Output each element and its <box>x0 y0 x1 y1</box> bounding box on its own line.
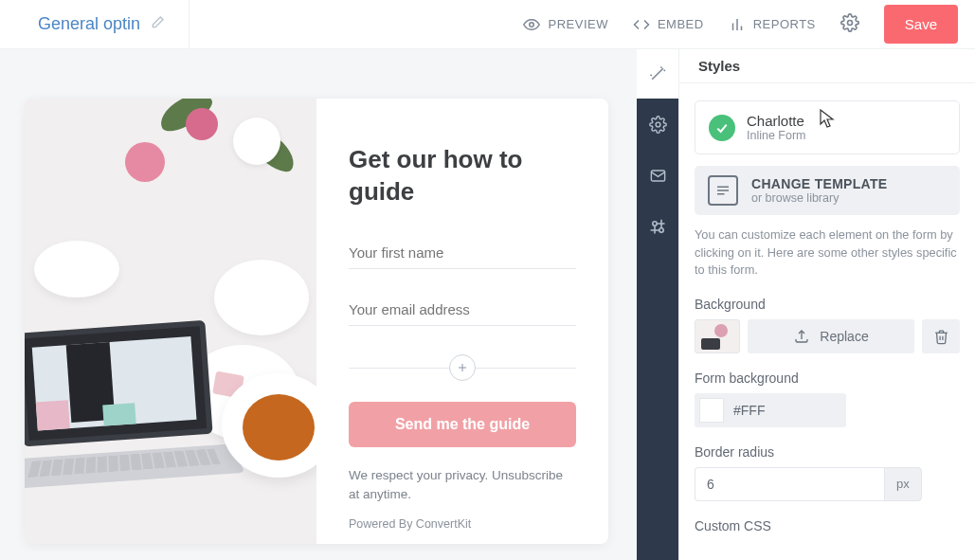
preview-label: PREVIEW <box>548 17 607 31</box>
replace-label: Replace <box>820 329 868 344</box>
privacy-note[interactable]: We respect your privacy. Unsubscribe at … <box>349 466 576 505</box>
form-bg-label: Form background <box>695 370 960 386</box>
background-thumbnail[interactable] <box>695 319 740 353</box>
canvas: Get our how to guide Send me the guide W… <box>0 49 637 560</box>
laptop-decoration <box>25 318 238 485</box>
page-title: General optin <box>38 14 140 34</box>
title-block: General optin <box>0 0 190 48</box>
reports-label: REPORTS <box>753 17 816 31</box>
template-icon <box>708 175 738 206</box>
current-template-card[interactable]: Charlotte Inline Form <box>695 100 960 154</box>
email-input[interactable] <box>349 294 576 326</box>
styles-panel: Styles Charlotte Inline Form <box>678 49 975 560</box>
change-template-sub: or browse library <box>751 191 887 205</box>
embed-label: EMBED <box>658 17 704 31</box>
cup-decoration <box>34 241 119 298</box>
svg-point-4 <box>847 21 852 26</box>
border-radius-input[interactable] <box>695 467 884 501</box>
edit-title-icon[interactable] <box>150 15 165 33</box>
plate-decoration <box>214 260 309 335</box>
rail-mail-icon[interactable] <box>637 150 678 201</box>
svg-point-10 <box>659 227 662 231</box>
replace-button[interactable]: Replace <box>748 319 914 353</box>
form-preview[interactable]: Get our how to guide Send me the guide W… <box>25 99 608 544</box>
form-content: Get our how to guide Send me the guide W… <box>316 99 608 544</box>
save-button[interactable]: Save <box>884 5 958 44</box>
preview-button[interactable]: PREVIEW <box>523 16 607 33</box>
embed-button[interactable]: EMBED <box>633 16 704 33</box>
first-name-input[interactable] <box>349 237 576 269</box>
form-image[interactable] <box>25 99 316 544</box>
template-name: Charlotte <box>747 113 806 129</box>
background-row: Replace <box>695 319 960 353</box>
powered-by[interactable]: Powered By ConvertKit <box>349 517 576 531</box>
svg-point-7 <box>656 122 660 127</box>
background-label: Background <box>695 297 960 312</box>
change-template-title: CHANGE TEMPLATE <box>751 176 887 191</box>
rail-advanced-icon[interactable] <box>637 201 678 252</box>
settings-icon[interactable] <box>840 13 859 35</box>
border-radius-label: Border radius <box>695 444 960 460</box>
customize-hint: You can customize each element on the fo… <box>695 226 960 280</box>
template-type: Inline Form <box>747 129 806 142</box>
check-icon <box>709 115 735 141</box>
side: Styles Charlotte Inline Form <box>637 49 975 560</box>
border-radius-unit: px <box>884 467 922 501</box>
delete-background-button[interactable] <box>922 319 960 353</box>
border-radius-row: px <box>695 467 960 501</box>
reports-button[interactable]: REPORTS <box>729 16 816 33</box>
submit-button[interactable]: Send me the guide <box>349 402 576 447</box>
change-template-button[interactable]: CHANGE TEMPLATE or browse library <box>695 166 960 215</box>
rail-settings-icon[interactable] <box>637 99 678 150</box>
add-field-row <box>349 354 576 381</box>
flowers-decoration <box>119 99 290 231</box>
panel-body: Charlotte Inline Form CHANGE TEMPLATE or… <box>679 83 975 560</box>
top-actions: PREVIEW EMBED REPORTS Save <box>523 5 975 44</box>
side-rail <box>637 49 678 560</box>
panel-title: Styles <box>679 49 975 83</box>
magic-icon[interactable] <box>637 49 678 99</box>
color-value: #FFF <box>733 403 765 418</box>
custom-css-label: Custom CSS <box>695 518 960 533</box>
topbar: General optin PREVIEW EMBED REPORTS Save <box>0 0 975 49</box>
main: Get our how to guide Send me the guide W… <box>0 49 975 560</box>
svg-point-9 <box>652 221 656 225</box>
form-bg-picker[interactable]: #FFF <box>695 393 846 427</box>
svg-point-0 <box>530 22 534 27</box>
color-swatch[interactable] <box>699 398 724 423</box>
form-heading[interactable]: Get our how to guide <box>349 144 576 208</box>
add-field-button[interactable] <box>449 354 476 381</box>
